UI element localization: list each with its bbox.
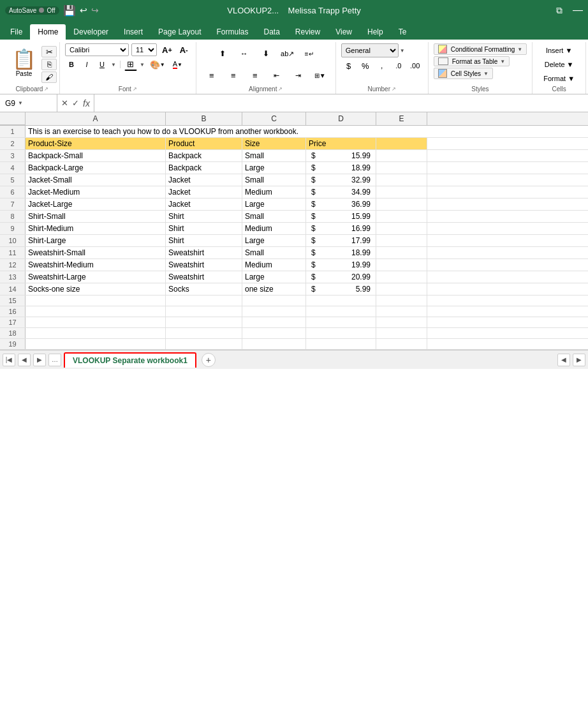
row-number[interactable]: 4 [0, 162, 26, 174]
row-number[interactable]: 3 [0, 150, 26, 161]
cell[interactable]: $32.99 [306, 174, 376, 186]
row-number[interactable]: 2 [0, 138, 26, 149]
row-number[interactable]: 1 [0, 126, 26, 137]
cell[interactable] [376, 150, 427, 161]
cell-header[interactable]: Product-Size [26, 138, 166, 149]
insert-function-button[interactable]: fx [83, 98, 90, 108]
cell[interactable] [26, 295, 166, 306]
tab-data[interactable]: Data [256, 24, 287, 40]
insert-cells-button[interactable]: Insert ▼ [540, 45, 578, 56]
cell[interactable] [242, 328, 306, 338]
cell[interactable] [166, 339, 242, 349]
sheet-nav-prev[interactable]: ◀ [18, 354, 31, 366]
cell[interactable]: Sweatshirt [166, 247, 242, 258]
cell[interactable]: Jacket [166, 198, 242, 210]
delete-cells-button[interactable]: Delete ▼ [539, 59, 580, 70]
cell[interactable]: Shirt [166, 211, 242, 222]
number-format-dropdown[interactable]: ▼ [400, 48, 405, 54]
cell[interactable]: Jacket-Large [26, 198, 166, 210]
sheet-nav-first[interactable]: |◀ [3, 354, 15, 366]
percent-button[interactable]: % [358, 59, 373, 73]
cell[interactable]: $34.99 [306, 186, 376, 198]
cell[interactable]: Shirt-Small [26, 211, 166, 222]
copy-button[interactable]: ⎘ [41, 59, 57, 70]
text-angle-button[interactable]: ab↗ [277, 43, 298, 64]
cell[interactable] [376, 174, 427, 186]
cell[interactable] [26, 306, 166, 317]
font-size-select[interactable]: 11 [131, 43, 157, 56]
cell[interactable] [376, 211, 427, 222]
format-painter-button[interactable]: 🖌 [41, 71, 57, 83]
cell[interactable]: Jacket-Medium [26, 186, 166, 198]
underline-button[interactable]: U [96, 58, 108, 71]
cell[interactable] [242, 295, 306, 306]
decrease-decimal-button[interactable]: .0 [391, 59, 406, 73]
row-number[interactable]: 12 [0, 259, 26, 271]
tab-developer[interactable]: Developer [66, 24, 116, 40]
cell[interactable]: Shirt-Large [26, 235, 166, 246]
cell[interactable]: $15.99 [306, 211, 376, 222]
cell[interactable] [376, 328, 427, 338]
cell[interactable]: Small [242, 174, 306, 186]
cell[interactable] [26, 317, 166, 327]
tab-help[interactable]: Help [360, 24, 391, 40]
conditional-formatting-button[interactable]: Conditional Formatting ▼ [434, 43, 527, 55]
cell[interactable] [306, 295, 376, 306]
cut-button[interactable]: ✂ [41, 46, 57, 57]
font-increase-button[interactable]: A+ [159, 43, 175, 56]
col-header-C[interactable]: C [242, 112, 306, 125]
cell[interactable] [376, 247, 427, 258]
row-number[interactable]: 11 [0, 247, 26, 258]
sheet-add-button[interactable]: + [202, 353, 216, 367]
wrap-text-button[interactable]: ≡↵ [299, 43, 320, 64]
cell[interactable] [376, 283, 427, 295]
row-number[interactable]: 15 [0, 295, 26, 306]
cell[interactable] [306, 328, 376, 338]
cell[interactable]: Socks [166, 283, 242, 295]
cell[interactable]: Backpack-Large [26, 162, 166, 174]
cell[interactable]: Jacket-Small [26, 174, 166, 186]
cell[interactable]: Sweatshirt-Medium [26, 259, 166, 271]
cell[interactable]: Backpack [166, 150, 242, 161]
row-number[interactable]: 17 [0, 317, 26, 327]
align-center-button[interactable]: ≡ [223, 65, 244, 86]
cell[interactable] [166, 328, 242, 338]
row-number[interactable]: 9 [0, 223, 26, 234]
clipboard-expand-icon[interactable]: ↗ [44, 86, 48, 92]
cell[interactable]: Large [242, 162, 306, 174]
cell[interactable] [242, 339, 306, 349]
cell[interactable]: $16.99 [306, 223, 376, 234]
comma-button[interactable]: , [374, 59, 390, 73]
confirm-formula-button[interactable]: ✓ [72, 98, 79, 108]
paste-button[interactable]: 📋 Paste [8, 46, 40, 83]
row-number[interactable]: 19 [0, 339, 26, 349]
alignment-expand-icon[interactable]: ↗ [278, 86, 283, 92]
redo-icon[interactable]: ↪ [91, 5, 99, 15]
row-number[interactable]: 18 [0, 328, 26, 338]
cell-reference-box[interactable]: G9 ▼ [0, 94, 57, 112]
cell[interactable]: Small [242, 150, 306, 161]
cell[interactable] [306, 306, 376, 317]
cell[interactable] [306, 339, 376, 349]
cell[interactable]: Sweatshirt [166, 271, 242, 283]
cell[interactable] [376, 235, 427, 246]
formula-input[interactable] [94, 99, 588, 108]
cell[interactable]: Sweatshirt-Small [26, 247, 166, 258]
row-number[interactable]: 6 [0, 186, 26, 198]
align-left-button[interactable]: ≡ [202, 65, 222, 86]
cell[interactable]: one size [242, 283, 306, 295]
sheet-tab-main[interactable]: VLOOKUP Separate workbook1 [64, 352, 196, 368]
cell[interactable]: Large [242, 235, 306, 246]
cell[interactable]: $36.99 [306, 198, 376, 210]
cell[interactable]: Medium [242, 259, 306, 271]
row-number[interactable]: 16 [0, 306, 26, 317]
fill-color-button[interactable]: 🎨▼ [147, 58, 168, 71]
tab-review[interactable]: Review [288, 24, 328, 40]
tab-te[interactable]: Te [391, 24, 415, 40]
cell-styles-button[interactable]: Cell Styles ▼ [434, 68, 493, 79]
col-header-A[interactable]: A [26, 112, 166, 125]
sheet-nav-next[interactable]: ▶ [33, 354, 46, 366]
cell[interactable]: Jacket [166, 186, 242, 198]
row-number[interactable]: 13 [0, 271, 26, 283]
cancel-formula-button[interactable]: ✕ [61, 98, 68, 108]
